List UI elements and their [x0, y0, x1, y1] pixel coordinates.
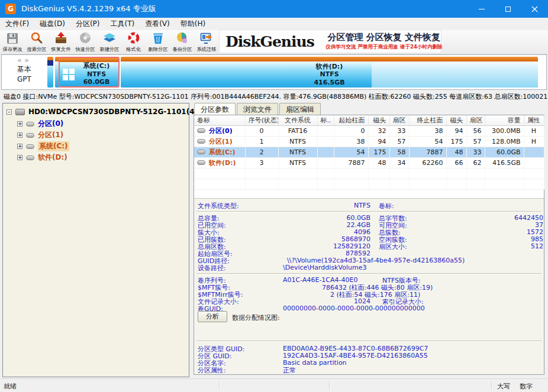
table-row[interactable]: 分区(0) 0 FAT16 0 32 33 38 94 56 300.0MB H: [194, 125, 544, 136]
fs-type-value: NTFS: [283, 202, 370, 209]
window-title: DiskGenius V5.4.2.1239 x64 专业版: [21, 4, 156, 14]
separator: [196, 341, 541, 341]
col-end-cylinder[interactable]: 终止柱面: [409, 115, 446, 125]
col-end-sector[interactable]: 扇区: [466, 115, 485, 125]
partition-d-fs: NTFS: [121, 70, 538, 79]
table-row[interactable]: 软件(D:) 3 NTFS 7887 48 34 62260 66 62 416…: [194, 157, 544, 168]
save-changes-button[interactable]: 保存更改: [0, 30, 24, 53]
recover-files-button[interactable]: 恢复文件: [49, 30, 73, 53]
window-controls: [468, 0, 548, 18]
tree-root-disk[interactable]: - HD0:WDCPCSN730SDBPNTY-512G-1101(477GB): [7, 108, 189, 116]
menu-help[interactable]: 帮助(H): [175, 18, 211, 30]
tree-item-system-c[interactable]: + 系统(C:): [17, 141, 189, 152]
partition-attr-value: 正常: [283, 366, 296, 375]
col-attribute[interactable]: 属性: [524, 115, 544, 125]
partition-c-label: 系统(C:): [75, 62, 118, 70]
partition-block-esp[interactable]: [47, 57, 53, 88]
collapse-icon[interactable]: -: [7, 109, 12, 115]
col-end-head[interactable]: 磁头: [446, 115, 466, 125]
allocation-map-label: 数据分配情况图:: [232, 313, 280, 322]
expand-icon[interactable]: +: [17, 155, 22, 160]
table-row[interactable]: 分区(1) 1 NTFS 38 94 57 54 175 57 128.0MB …: [194, 136, 544, 147]
partition-icon: [26, 122, 34, 127]
partition-block-d[interactable]: 软件(D:) NTFS 416.5GB: [121, 57, 538, 88]
new-partition-icon: [102, 31, 117, 46]
minimize-button[interactable]: [468, 0, 495, 18]
col-filesystem[interactable]: 文件系统: [278, 115, 317, 125]
sector-size-label: 扇区大小:: [379, 242, 407, 251]
sector-size-value: 512: [472, 242, 543, 250]
expand-icon[interactable]: +: [17, 132, 22, 138]
backup-partition-icon: [175, 31, 189, 46]
table-row-selected[interactable]: 系统(C:) 2 NTFS 54 175 58 7887 48 33 60.0G…: [194, 147, 544, 157]
partition-c-size: 60.0GB: [75, 78, 118, 86]
menu-tools[interactable]: 工具(T): [105, 18, 140, 30]
tree-item-software-d[interactable]: + 软件(D:): [17, 152, 189, 163]
disk-type-label: 基本: [2, 64, 47, 74]
status-bar: 就绪 大写 数字: [0, 378, 548, 392]
col-index-status[interactable]: 序号(状态): [245, 115, 278, 125]
empty-row: [194, 168, 544, 179]
quick-partition-button[interactable]: 快速分区: [73, 30, 97, 53]
disk-info-line: 磁盘0 接口:NVMe 型号:WDCPCSN730SDBPNTY-512G-11…: [4, 92, 548, 101]
tab-sector-edit[interactable]: 扇区编辑: [279, 103, 321, 115]
maximize-icon: [505, 7, 511, 12]
close-button[interactable]: [521, 0, 548, 18]
system-migration-button[interactable]: 系统迁移: [194, 30, 218, 53]
windows-logo-icon: [63, 69, 75, 80]
analyze-button[interactable]: 分析: [198, 311, 227, 322]
format-button[interactable]: 格式化: [121, 30, 146, 53]
statusbar-separator: [491, 381, 492, 390]
partition-icon: [197, 150, 205, 154]
quick-partition-icon: [78, 31, 92, 46]
tab-partition-params[interactable]: 分区参数: [194, 103, 236, 115]
partition-strip: [121, 57, 538, 61]
col-start-sector[interactable]: 扇区: [389, 115, 409, 125]
harddisk-icon: [15, 109, 25, 115]
partition-icon: [197, 160, 205, 165]
col-volume-label[interactable]: 卷标: [194, 115, 245, 125]
device-path-value: \Device\HarddiskVolume3: [283, 264, 366, 271]
status-capslock: 大写: [497, 382, 510, 391]
partition-d-size: 416.5GB: [121, 79, 538, 87]
tree-item-partition1[interactable]: + 分区(1): [17, 129, 189, 141]
separator: [196, 211, 541, 212]
col-capacity[interactable]: 容量: [485, 115, 524, 125]
search-partition-button[interactable]: 搜索分区: [24, 30, 49, 53]
tree-item-partition0[interactable]: + 分区(0): [17, 118, 189, 129]
delete-partition-button[interactable]: 删除分区: [146, 30, 170, 53]
save-icon: [5, 31, 20, 46]
col-start-cylinder[interactable]: 起始柱面: [334, 115, 368, 125]
expand-icon[interactable]: +: [17, 144, 22, 149]
minimize-icon: [479, 9, 485, 9]
partition-icon: [26, 133, 34, 138]
empty-row: [194, 179, 544, 189]
menu-partition[interactable]: 分区(P): [70, 18, 105, 30]
tab-browse-files[interactable]: 浏览文件: [237, 103, 278, 115]
status-numlock: 数字: [520, 382, 533, 391]
backup-partition-button[interactable]: 备份分区: [170, 30, 194, 53]
search-icon: [30, 31, 44, 46]
promo-banner: DiskGenius 分区管理 分区恢复 文件恢复 仅供学习交流 严禁用于商业用…: [219, 30, 441, 53]
menu-view[interactable]: 查看(V): [140, 18, 175, 30]
next-disk-arrow-icon[interactable]: »: [24, 56, 31, 64]
prev-disk-arrow-icon[interactable]: «: [17, 56, 24, 64]
menu-disk[interactable]: 磁盘(D): [34, 18, 70, 30]
partition-block-c[interactable]: 系统(C:) NTFS 60.0GB: [59, 57, 120, 88]
table-header-row: 卷标 序号(状态) 文件系统 标.. 起始柱面 磁头 扇区 终止柱面 磁头 扇区…: [194, 115, 544, 125]
statusbar-separator: [329, 381, 330, 390]
partition-scheme-label: GPT: [2, 75, 47, 83]
menu-bar: 文件(F) 磁盘(D) 分区(P) 工具(T) 查看(V) 帮助(H): [0, 18, 548, 30]
col-start-head[interactable]: 磁头: [368, 115, 389, 125]
new-partition-button[interactable]: 新建分区: [97, 30, 121, 53]
col-identifier[interactable]: 标..: [317, 115, 334, 125]
banner-notice: 仅供学习交流 严禁用于商业用途 请于24小时内删除: [325, 43, 442, 50]
menu-file[interactable]: 文件(F): [0, 18, 34, 30]
partition-icon: [26, 155, 34, 160]
volume-label-label: 卷标:: [379, 202, 394, 210]
system-migration-icon: [199, 31, 214, 46]
fs-type-label: 文件系统类型:: [198, 202, 239, 210]
device-path-label: 设备路径:: [198, 264, 226, 273]
expand-icon[interactable]: +: [17, 121, 22, 127]
maximize-button[interactable]: [495, 0, 521, 18]
